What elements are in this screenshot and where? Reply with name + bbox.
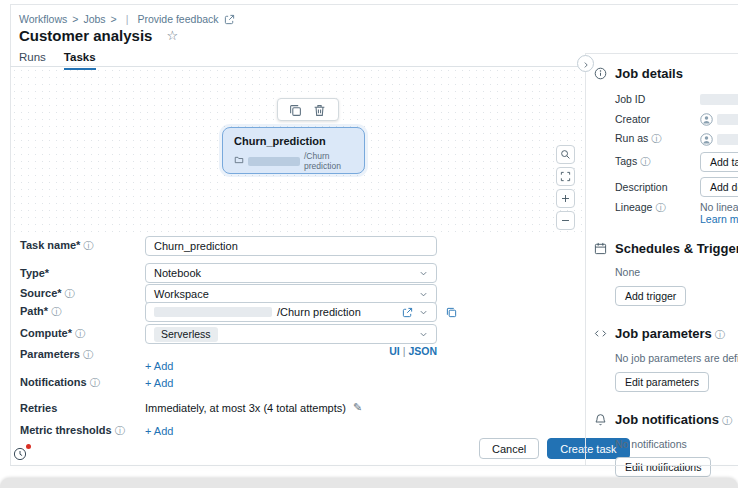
parameters-ui-toggle[interactable]: UI bbox=[389, 345, 400, 357]
edit-retries-icon[interactable]: ✎ bbox=[353, 401, 362, 414]
breadcrumb-jobs[interactable]: Jobs bbox=[83, 13, 105, 25]
breadcrumb: Workflows > Jobs > | Provide feedback bbox=[19, 13, 235, 25]
chevron-down-icon bbox=[419, 290, 428, 299]
canvas-search-button[interactable] bbox=[556, 145, 575, 164]
add-notifications-link[interactable]: + Add bbox=[145, 377, 173, 389]
retries-value: Immediately, at most 3x (4 total attempt… bbox=[145, 402, 346, 414]
version-history-button[interactable] bbox=[12, 446, 30, 464]
redacted-node-path bbox=[248, 157, 300, 166]
clone-task-icon[interactable] bbox=[289, 103, 303, 117]
tags-label: Tags bbox=[615, 155, 637, 167]
description-label: Description bbox=[615, 181, 700, 193]
chevron-down-icon bbox=[419, 330, 428, 339]
job-notifications-section: Job notificationsⓘ No notifications Edit… bbox=[594, 412, 738, 488]
breadcrumb-separator: > bbox=[111, 13, 117, 25]
path-input[interactable]: /Churn prediction bbox=[145, 302, 437, 322]
search-icon bbox=[560, 146, 571, 164]
cancel-button[interactable]: Cancel bbox=[479, 438, 539, 459]
task-node-churn-prediction[interactable]: Churn_prediction /Churn prediction bbox=[222, 127, 365, 174]
canvas-zoom-in-button[interactable] bbox=[556, 189, 575, 208]
notification-dot bbox=[26, 444, 31, 449]
page-bottom-band bbox=[0, 478, 738, 488]
lineage-label: Lineage bbox=[615, 201, 652, 213]
collapse-panel-button[interactable] bbox=[577, 55, 594, 72]
provide-feedback-link[interactable]: Provide feedback bbox=[137, 13, 218, 25]
job-parameters-section: Job parametersⓘ No job parameters are de… bbox=[594, 326, 738, 392]
type-select[interactable]: Notebook bbox=[145, 263, 437, 283]
job-details-title: Job details bbox=[615, 66, 738, 81]
calendar-icon bbox=[594, 242, 608, 256]
form-row-notifications: Notificationsⓘ + Add bbox=[20, 376, 173, 390]
task-node-path-suffix: /Churn prediction bbox=[304, 151, 353, 171]
delete-task-icon[interactable] bbox=[313, 103, 327, 117]
card-bottom-border bbox=[10, 465, 738, 466]
source-select[interactable]: Workspace bbox=[145, 284, 437, 304]
source-label: Source* bbox=[20, 287, 62, 299]
side-panel: Job details Job ID Creator Run asⓘ Tagsⓘ… bbox=[594, 53, 738, 488]
job-parameters-title: Job parameters bbox=[615, 326, 712, 341]
bell-icon bbox=[594, 413, 608, 427]
add-tag-button[interactable]: Add tag bbox=[700, 152, 738, 172]
breadcrumb-workflows[interactable]: Workflows bbox=[19, 13, 67, 25]
info-icon[interactable]: ⓘ bbox=[640, 156, 650, 167]
edit-parameters-button[interactable]: Edit parameters bbox=[615, 372, 709, 392]
external-link-icon bbox=[224, 14, 235, 25]
creator-label: Creator bbox=[615, 113, 700, 125]
info-icon[interactable]: ⓘ bbox=[51, 306, 61, 317]
lineage-row: Lineageⓘ No lineage information Learn mo… bbox=[615, 201, 738, 225]
jobs-task-page: Workflows > Jobs > | Provide feedback Cu… bbox=[0, 0, 738, 488]
retries-label: Retries bbox=[20, 402, 57, 414]
info-icon[interactable]: ⓘ bbox=[722, 415, 732, 426]
info-icon[interactable]: ⓘ bbox=[115, 425, 125, 436]
edit-notifications-button[interactable]: Edit notifications bbox=[615, 457, 711, 477]
compute-select[interactable]: Serverless bbox=[145, 324, 437, 344]
path-suffix: /Churn prediction bbox=[277, 306, 361, 318]
info-icon[interactable]: ⓘ bbox=[715, 329, 725, 340]
add-trigger-button[interactable]: Add trigger bbox=[615, 286, 686, 306]
form-row-task-name: Task name*ⓘ bbox=[20, 236, 437, 256]
task-graph-canvas[interactable]: Churn_prediction /Churn prediction bbox=[11, 67, 584, 232]
page-title: Customer analysis bbox=[19, 27, 152, 44]
schedules-section: Schedules & Triggers None Add trigger bbox=[594, 241, 738, 306]
canvas-fit-button[interactable] bbox=[556, 167, 575, 186]
redacted-creator bbox=[717, 114, 738, 125]
task-name-label: Task name* bbox=[20, 239, 80, 251]
add-metric-thresholds-link[interactable]: + Add bbox=[145, 425, 173, 437]
run-as-label: Run as bbox=[615, 132, 648, 144]
node-toolbar bbox=[277, 98, 339, 121]
canvas-controls bbox=[556, 145, 575, 230]
avatar-icon bbox=[700, 113, 713, 126]
learn-more-link[interactable]: Learn more bbox=[700, 213, 738, 225]
schedules-title: Schedules & Triggers bbox=[615, 241, 738, 256]
path-label: Path* bbox=[20, 305, 48, 317]
chevron-right-icon bbox=[582, 55, 590, 73]
canvas-zoom-out-button[interactable] bbox=[556, 211, 575, 230]
info-icon[interactable]: ⓘ bbox=[655, 202, 665, 213]
info-icon[interactable]: ⓘ bbox=[90, 377, 100, 388]
description-row: Description Add description bbox=[615, 176, 738, 197]
breadcrumb-divider: | bbox=[126, 13, 129, 25]
redacted-path-prefix bbox=[154, 307, 272, 317]
parameters-mode-toggle: UI|JSON bbox=[145, 345, 437, 357]
favorite-star-icon[interactable]: ☆ bbox=[166, 28, 178, 43]
redacted-job-id bbox=[700, 94, 738, 105]
metric-thresholds-label: Metric thresholds bbox=[20, 424, 112, 436]
redacted-run-as bbox=[717, 134, 738, 145]
parameters-json-toggle[interactable]: JSON bbox=[408, 345, 437, 357]
copy-path-icon[interactable] bbox=[446, 307, 457, 318]
card-top-border bbox=[10, 4, 738, 5]
notifications-empty-text: No notifications bbox=[615, 438, 738, 450]
plus-icon bbox=[560, 190, 571, 208]
info-icon[interactable]: ⓘ bbox=[83, 240, 93, 251]
chevron-down-icon[interactable] bbox=[419, 308, 428, 317]
info-icon[interactable]: ⓘ bbox=[75, 328, 85, 339]
type-value: Notebook bbox=[154, 267, 201, 279]
form-row-path: Path*ⓘ /Churn prediction bbox=[20, 302, 457, 322]
add-parameters-link[interactable]: + Add bbox=[145, 360, 437, 372]
open-path-external-icon[interactable] bbox=[402, 307, 413, 318]
info-icon[interactable]: ⓘ bbox=[83, 349, 93, 360]
info-icon[interactable]: ⓘ bbox=[65, 288, 75, 299]
task-name-input[interactable] bbox=[145, 236, 437, 256]
info-icon[interactable]: ⓘ bbox=[651, 133, 661, 144]
add-description-button[interactable]: Add description bbox=[700, 177, 738, 197]
